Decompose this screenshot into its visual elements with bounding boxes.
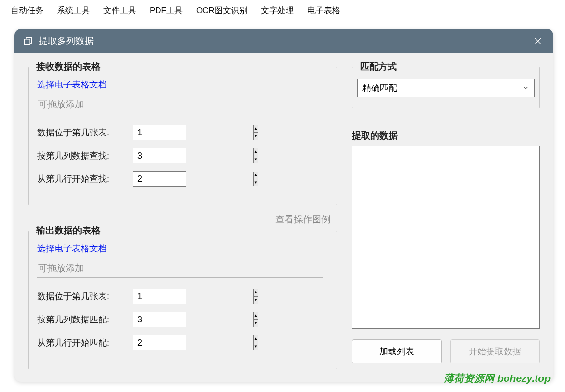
- spin-up-icon[interactable]: ▲: [254, 148, 258, 156]
- menu-item[interactable]: 文件工具: [103, 5, 136, 16]
- menu-item[interactable]: 系统工具: [57, 5, 90, 16]
- close-icon[interactable]: [533, 36, 543, 46]
- dialog-title: 提取多列数据: [39, 35, 94, 47]
- form-label: 从第几行开始查找:: [37, 173, 124, 185]
- menu-item[interactable]: PDF工具: [150, 5, 183, 16]
- select-file-link[interactable]: 选择电子表格文档: [37, 79, 107, 90]
- extracted-data-listbox[interactable]: [352, 146, 540, 329]
- form-label: 从第几行开始匹配:: [37, 337, 124, 348]
- sheet-index-spinbox[interactable]: ▲ ▼: [133, 289, 186, 304]
- form-row: 数据位于第几张表: ▲ ▼: [37, 289, 332, 304]
- drop-zone[interactable]: 可拖放添加: [37, 259, 323, 278]
- spinbox-input[interactable]: [133, 312, 253, 327]
- menu-item[interactable]: 自动任务: [11, 5, 43, 16]
- spin-down-icon[interactable]: ▼: [254, 343, 258, 350]
- select-file-link[interactable]: 选择电子表格文档: [37, 243, 107, 254]
- spin-up-icon[interactable]: ▲: [254, 125, 258, 133]
- form-label: 数据位于第几张表:: [37, 290, 124, 302]
- sheet-index-spinbox[interactable]: ▲ ▼: [133, 125, 186, 140]
- spinbox-input[interactable]: [133, 148, 253, 163]
- spinbox-input[interactable]: [133, 125, 253, 140]
- match-legend: 匹配方式: [357, 60, 400, 73]
- output-legend: 输出数据的表格: [33, 224, 103, 237]
- menu-item[interactable]: 电子表格: [307, 5, 340, 16]
- spinbox-input[interactable]: [133, 289, 253, 304]
- match-mode-groupbox: 匹配方式 精确匹配: [352, 67, 540, 108]
- spinbox-buttons: ▲ ▼: [253, 289, 258, 304]
- menubar: 自动任务 系统工具 文件工具 PDF工具 OCR图文识别 文字处理 电子表格: [0, 0, 565, 22]
- spin-up-icon[interactable]: ▲: [254, 312, 258, 320]
- extracted-data-legend: 提取的数据: [352, 130, 540, 142]
- window-icon: [23, 36, 33, 46]
- spinbox-buttons: ▲ ▼: [253, 312, 258, 327]
- form-label: 按第几列数据查找:: [37, 150, 124, 161]
- start-extract-button[interactable]: 开始提取数据: [450, 339, 540, 363]
- search-column-spinbox[interactable]: ▲ ▼: [133, 148, 186, 163]
- spin-up-icon[interactable]: ▲: [254, 172, 258, 179]
- spin-down-icon[interactable]: ▼: [254, 179, 258, 187]
- spinbox-buttons: ▲ ▼: [253, 335, 258, 350]
- form-row: 从第几行开始匹配: ▲ ▼: [37, 335, 332, 350]
- watermark: 薄荷资源网 bohezy.top: [444, 372, 551, 385]
- search-startrow-spinbox[interactable]: ▲ ▼: [133, 171, 186, 187]
- spin-up-icon[interactable]: ▲: [254, 335, 258, 343]
- match-startrow-spinbox[interactable]: ▲ ▼: [133, 335, 186, 350]
- spinbox-buttons: ▲ ▼: [253, 125, 258, 140]
- spinbox-input[interactable]: [133, 335, 253, 350]
- spin-up-icon[interactable]: ▲: [254, 289, 258, 297]
- spin-down-icon[interactable]: ▼: [254, 297, 258, 304]
- menu-item[interactable]: OCR图文识别: [196, 5, 247, 16]
- combo-value: 精确匹配: [362, 82, 397, 94]
- match-mode-select[interactable]: 精确匹配: [357, 79, 535, 97]
- spinbox-buttons: ▲ ▼: [253, 148, 258, 163]
- drop-zone[interactable]: 可拖放添加: [37, 95, 323, 114]
- match-column-spinbox[interactable]: ▲ ▼: [133, 312, 186, 327]
- dialog-window: 提取多列数据 接收数据的表格 选择电子表格文档 可拖放添加 数据位于第几张表: …: [14, 29, 553, 382]
- titlebar: 提取多列数据: [14, 29, 553, 53]
- form-label: 数据位于第几张表:: [37, 127, 124, 138]
- form-row: 按第几列数据匹配: ▲ ▼: [37, 312, 332, 327]
- spinbox-buttons: ▲ ▼: [253, 172, 258, 186]
- spinbox-input[interactable]: [133, 172, 253, 186]
- form-label: 按第几列数据匹配:: [37, 314, 124, 325]
- form-row: 数据位于第几张表: ▲ ▼: [37, 125, 332, 140]
- spin-down-icon[interactable]: ▼: [254, 156, 258, 163]
- output-groupbox: 输出数据的表格 选择电子表格文档 可拖放添加 数据位于第几张表: ▲ ▼ 按第几…: [28, 231, 337, 369]
- form-row: 从第几行开始查找: ▲ ▼: [37, 171, 332, 187]
- spin-down-icon[interactable]: ▼: [254, 133, 258, 140]
- spin-down-icon[interactable]: ▼: [254, 320, 258, 327]
- svg-rect-1: [25, 39, 30, 45]
- form-row: 按第几列数据查找: ▲ ▼: [37, 148, 332, 163]
- chevron-down-icon: [522, 85, 529, 91]
- load-list-button[interactable]: 加载列表: [352, 339, 442, 363]
- receive-groupbox: 接收数据的表格 选择电子表格文档 可拖放添加 数据位于第几张表: ▲ ▼ 按第几…: [28, 67, 337, 205]
- menu-item[interactable]: 文字处理: [261, 5, 294, 16]
- receive-legend: 接收数据的表格: [33, 60, 103, 73]
